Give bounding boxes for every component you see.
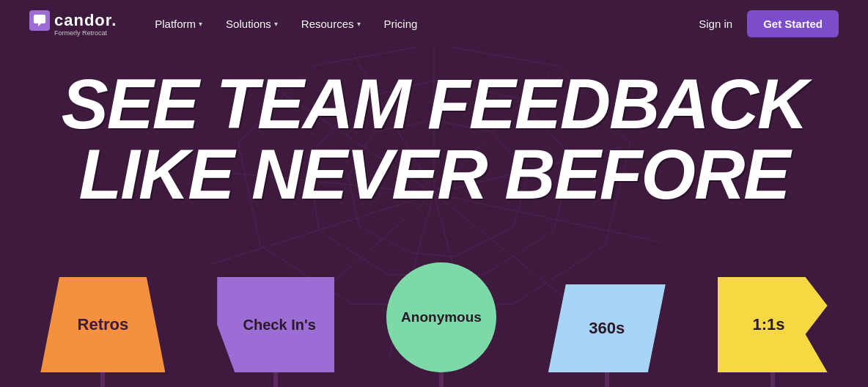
- ones-shape: 1:1s: [718, 277, 828, 372]
- threesixty-shape: 360s: [548, 284, 666, 372]
- nav-resources[interactable]: Resources ▾: [293, 12, 369, 36]
- ones-stem: [770, 372, 775, 387]
- platform-chevron-icon: ▾: [199, 20, 202, 28]
- hero-title: SEE TEAM FEEDBACK LIKE NEVER BEFORE: [29, 69, 839, 210]
- navbar: candor. Formerly Retrocat Platform ▾ Sol…: [0, 0, 868, 47]
- resources-chevron-icon: ▾: [357, 20, 361, 28]
- feature-retros: Retros: [40, 277, 165, 387]
- nav-solutions[interactable]: Solutions ▾: [217, 12, 287, 36]
- nav-pricing[interactable]: Pricing: [375, 12, 427, 36]
- retros-label: Retros: [78, 315, 129, 334]
- anonymous-shape: Anonymous: [386, 262, 496, 372]
- logo-area: candor. Formerly Retrocat: [29, 10, 117, 37]
- anonymous-stem: [439, 372, 444, 387]
- checkins-shape: Check In's: [217, 277, 334, 372]
- logo-subtitle: Formerly Retrocat: [54, 29, 117, 37]
- logo-icon: [29, 10, 50, 31]
- feature-11s: 1:1s: [718, 277, 828, 387]
- retros-shape: Retros: [40, 277, 165, 372]
- retros-stem: [100, 372, 105, 387]
- hero-section: SEE TEAM FEEDBACK LIKE NEVER BEFORE: [0, 47, 868, 210]
- sign-in-link[interactable]: Sign in: [699, 18, 732, 30]
- threesixty-stem: [605, 372, 609, 387]
- features-row: Retros Check In's Anonymous 360s 1:1s: [0, 262, 868, 387]
- feature-checkins: Check In's: [217, 277, 334, 387]
- logo-text: candor.: [54, 11, 117, 30]
- get-started-button[interactable]: Get Started: [747, 10, 839, 37]
- threesixty-label: 360s: [589, 319, 625, 338]
- anonymous-label: Anonymous: [401, 309, 482, 325]
- nav-right: Sign in Get Started: [699, 10, 839, 37]
- solutions-chevron-icon: ▾: [274, 20, 278, 28]
- nav-platform[interactable]: Platform ▾: [146, 12, 211, 36]
- checkins-label: Check In's: [232, 317, 327, 333]
- ones-label: 1:1s: [753, 315, 785, 334]
- feature-360s: 360s: [548, 284, 666, 387]
- checkins-stem: [273, 372, 278, 387]
- nav-links: Platform ▾ Solutions ▾ Resources ▾ Prici…: [146, 12, 699, 36]
- feature-anonymous: Anonymous: [386, 262, 496, 387]
